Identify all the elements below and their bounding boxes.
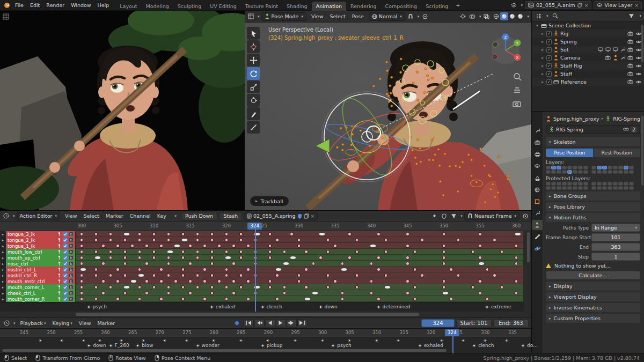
keyframe-diamond[interactable] [185,339,188,342]
keyframe[interactable] [123,232,130,236]
new-action-icon[interactable] [304,213,309,219]
keyframe[interactable] [232,244,236,248]
keyframe[interactable] [80,279,84,283]
channel-nose-ctrl[interactable]: ▸nose_ctrlb [0,261,75,267]
scene-browse-icon[interactable] [510,1,518,9]
keyframe[interactable] [486,268,489,271]
menu-help[interactable]: Help [94,2,113,8]
bake-icon[interactable]: b [69,285,74,290]
restrict-render-icon[interactable] [627,55,633,60]
keyframe[interactable] [478,279,482,283]
keyframe[interactable] [290,256,296,260]
workspace-tab-shading[interactable]: Shading [282,2,312,11]
expand-icon[interactable]: ▸ [1,291,5,295]
keyframe[interactable] [478,232,482,236]
keyframe[interactable] [515,256,518,260]
menu-edit[interactable]: Edit [27,2,43,8]
keyframe[interactable] [116,244,120,248]
keyframe[interactable] [225,238,229,242]
keyframe[interactable] [138,274,144,277]
properties-tab-output[interactable] [532,149,543,159]
keyframe[interactable] [283,262,289,265]
layer-toggle[interactable] [578,170,583,174]
current-frame-tag[interactable]: 324 [445,329,459,336]
keyframe-diamond[interactable] [213,339,216,342]
keyframe[interactable] [319,256,323,260]
menu-channel[interactable]: Channel [127,213,154,219]
keyframe[interactable] [341,262,345,265]
keyframe[interactable] [442,256,446,260]
keyframe[interactable] [275,268,282,271]
enabled-checkbox[interactable] [63,291,68,295]
keyframe[interactable] [333,279,337,283]
keyframe[interactable] [203,244,207,248]
keyframe[interactable] [515,279,518,283]
menu-view[interactable]: View [76,320,94,326]
blender-logo-icon[interactable] [3,2,11,9]
layer-toggle[interactable] [573,182,577,186]
keyframe-diamond[interactable] [142,339,145,342]
slider-icon[interactable] [57,291,62,295]
keyframe[interactable] [478,262,485,265]
playhead[interactable] [255,223,256,312]
keyframe-diamond[interactable] [348,339,351,342]
keyframe[interactable] [406,279,409,283]
keyframe[interactable] [297,244,301,248]
menu-render[interactable]: Render [43,2,68,8]
expand-icon[interactable]: ▸ [1,262,5,265]
layer-toggle[interactable] [608,182,612,186]
dope-sheet-ruler[interactable]: 300305310315320325330335340345350355360 [0,221,531,231]
keyframe[interactable] [80,297,84,301]
layer-toggle[interactable] [583,170,588,174]
keyframe[interactable] [196,232,200,236]
keyframe[interactable] [167,291,171,295]
keyframe[interactable] [152,232,156,236]
section-pose-library[interactable]: ▸Pose Library [546,202,640,211]
end-field[interactable]: 363 [591,243,640,251]
keyframe[interactable] [377,232,380,236]
unlink-icon[interactable]: × [311,213,315,219]
wrench-icon[interactable] [620,55,625,60]
layer-toggle[interactable] [597,170,602,174]
keyframe[interactable] [94,250,98,254]
keyframe[interactable] [406,244,409,248]
keyframe[interactable] [341,297,345,301]
keyframe[interactable] [355,274,359,277]
keyframe[interactable] [268,232,272,236]
channel-tongue-3-ik[interactable]: ▸tongue_3_ikb [0,231,75,237]
layer-toggle[interactable] [597,186,602,190]
keyframe[interactable] [80,250,84,254]
hide-icon[interactable] [635,72,642,76]
keyframe[interactable] [130,279,137,283]
keyframe[interactable] [159,279,163,283]
keyframe[interactable] [442,250,446,254]
keyframe[interactable] [123,256,127,260]
calculate-button[interactable]: Calculate... [546,271,640,279]
keyframe[interactable] [94,232,98,236]
layer-toggle[interactable] [567,170,572,174]
keyframe[interactable] [406,291,409,295]
marker-clench[interactable]: clench [261,304,282,309]
keyframe[interactable] [101,291,105,295]
marker-clench[interactable]: clench [473,343,494,348]
expand-icon[interactable]: ▸ [1,285,5,289]
channel-lane-mouth-up-ctrl[interactable] [76,255,523,261]
layer-toggle[interactable] [573,170,577,174]
expand-icon[interactable]: ▸ [540,64,545,68]
keyframe[interactable] [181,238,188,242]
keyframe[interactable] [167,274,171,277]
keyframe[interactable] [384,238,388,242]
specials-menu-icon[interactable]: ▾ [171,212,179,220]
keyframe[interactable] [159,268,163,271]
outliner-item-reference[interactable]: ▸✓Reference [532,78,644,86]
auto-keyframe-toggle[interactable] [232,319,241,327]
section-display[interactable]: ▸Display [546,282,640,291]
expand-icon[interactable]: ▸ [540,72,545,76]
keyframe[interactable] [80,291,84,295]
scrollbar[interactable] [2,349,447,352]
keyframe[interactable] [174,244,180,248]
restrict-render-icon[interactable] [627,39,633,44]
keyframe[interactable] [138,232,142,236]
visibility-checkbox[interactable]: ✓ [546,31,552,36]
mode-selector[interactable]: Pose Mode▾ [261,12,306,21]
